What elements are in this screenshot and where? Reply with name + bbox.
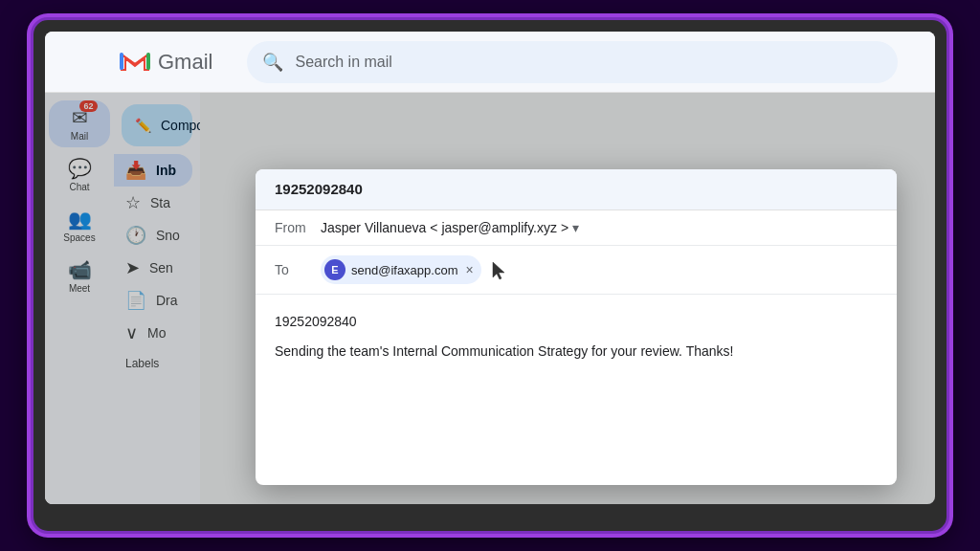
modal-title: 19252092840 [275, 181, 363, 197]
body-text: Sending the team's Internal Communicatio… [275, 341, 878, 362]
from-field: From Jasper Villanueva <jasper@amplify.x… [256, 210, 897, 246]
search-input-placeholder: Search in mail [295, 54, 391, 71]
to-field[interactable]: To E send@ifaxapp.com × [256, 246, 897, 295]
from-email: jasper@amplify.xyz [441, 220, 557, 235]
cursor-indicator [491, 260, 506, 279]
svg-rect-1 [146, 53, 150, 70]
recipient-email: send@ifaxapp.com [351, 263, 457, 277]
main-area: ✉ 62 Mail 💬 Chat 👥 Spaces 📹 Meet [45, 93, 935, 504]
screen: Gmail 🔍 Search in mail ✉ 62 Mail 💬 [45, 32, 935, 504]
from-dropdown-arrow-icon: ▾ [572, 220, 579, 235]
from-name: Jasper Villanueva [321, 220, 426, 235]
from-email-bracket-close: > [561, 220, 568, 235]
subject-text: 19252092840 [275, 314, 878, 329]
remove-recipient-button[interactable]: × [465, 262, 473, 277]
to-field-value: E send@ifaxapp.com × [321, 255, 506, 284]
modal-body[interactable]: 19252092840 Sending the team's Internal … [256, 295, 897, 485]
gmail-m-logo [118, 45, 152, 79]
topbar: Gmail 🔍 Search in mail [45, 32, 935, 93]
compose-modal: 19252092840 From Jasper Villanueva <jasp… [256, 169, 897, 485]
svg-rect-0 [120, 53, 123, 70]
recipient-chip[interactable]: E send@ifaxapp.com × [321, 255, 481, 284]
recipient-avatar: E [324, 259, 345, 280]
search-bar[interactable]: 🔍 Search in mail [247, 41, 898, 83]
laptop-frame: Gmail 🔍 Search in mail ✉ 62 Mail 💬 [31, 17, 949, 534]
to-label: To [275, 262, 309, 277]
modal-header: 19252092840 [256, 169, 897, 210]
from-email-bracket: < [430, 220, 437, 235]
gmail-logo: Gmail [118, 45, 212, 79]
from-dropdown[interactable]: Jasper Villanueva <jasper@amplify.xyz> ▾ [321, 220, 579, 235]
from-label: From [275, 220, 309, 235]
gmail-wordmark: Gmail [158, 50, 212, 75]
search-icon: 🔍 [262, 52, 283, 73]
